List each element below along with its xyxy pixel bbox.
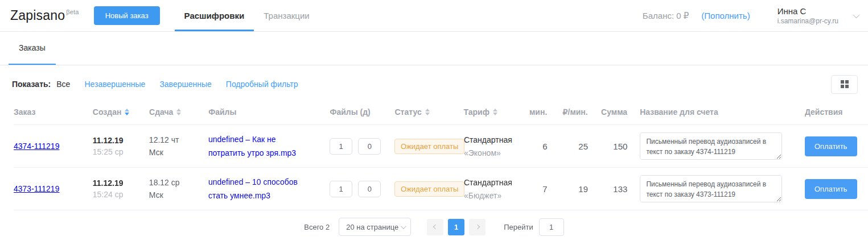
- order-cell: 4373-111219: [14, 184, 93, 194]
- user-email: i.samarina@pr-cy.ru: [778, 17, 838, 25]
- column-header-actions: Действия: [805, 107, 868, 117]
- tariff-cell: Стандартная «Эконом»: [464, 135, 520, 157]
- goto-page-input[interactable]: [539, 218, 564, 236]
- new-order-button[interactable]: Новый заказ: [94, 6, 160, 25]
- files-extra-input[interactable]: [358, 181, 381, 197]
- invoice-name-textarea[interactable]: Письменный перевод аудиозаписей в текст …: [640, 175, 782, 202]
- files-d-cell: [330, 181, 394, 197]
- sum-cell: 133: [588, 184, 627, 194]
- tariff-cell: Стандартная «Бюджет»: [464, 178, 520, 200]
- order-link[interactable]: 4374-111219: [14, 142, 59, 151]
- files-cell: undefined – Как не потратить утро зря.mp…: [208, 132, 330, 160]
- created-cell: 11.12.19 15:24 ср: [93, 179, 149, 199]
- files-main-input[interactable]: [330, 181, 352, 197]
- minutes-cell: 7: [520, 184, 548, 194]
- status-cell: Ожидает оплаты: [394, 139, 464, 154]
- user-info: Инна С i.samarina@pr-cy.ru: [778, 6, 838, 25]
- chevron-down-icon: [853, 11, 859, 18]
- show-label: Показать:: [12, 80, 51, 89]
- chevron-left-icon: [433, 225, 437, 229]
- created-time: 15:25 ср: [93, 147, 149, 156]
- actions-cell: Оплатить: [805, 179, 868, 199]
- order-cell: 4374-111219: [14, 141, 93, 151]
- column-header-tariff[interactable]: Тариф: [464, 107, 520, 117]
- filter-all[interactable]: Все: [56, 80, 70, 89]
- column-header-due[interactable]: Сдача: [149, 107, 208, 117]
- column-header-order: Заказ: [14, 107, 93, 117]
- column-header-files-d: Файлы (д): [330, 107, 394, 117]
- filter-unfinished[interactable]: Незавершенные: [84, 80, 145, 89]
- status-cell: Ожидает оплаты: [394, 181, 464, 197]
- column-header-minutes: мин.: [520, 107, 548, 117]
- column-header-status[interactable]: Статус: [395, 107, 464, 117]
- files-main-input[interactable]: [330, 138, 352, 155]
- total-count-label: Всего 2: [304, 223, 330, 231]
- grid-icon: [841, 80, 849, 88]
- tab-transcriptions[interactable]: Расшифровки: [175, 0, 254, 31]
- due-cell: 12.12 чт Мск: [149, 134, 208, 159]
- status-badge: Ожидает оплаты: [394, 139, 464, 154]
- sort-carets-icon: [425, 109, 430, 115]
- logo[interactable]: Zapisanoβeta: [10, 0, 79, 31]
- orders-table: Заказ Создан Сдача Файлы Файлы (д) Стату…: [0, 94, 868, 210]
- pay-button[interactable]: Оплатить: [805, 179, 857, 199]
- invoice-name-textarea[interactable]: Письменный перевод аудиозаписей в текст …: [640, 132, 782, 160]
- page-size-select[interactable]: 20 на странице: [339, 218, 411, 236]
- logo-text: Zapisano: [10, 8, 65, 23]
- status-badge: Ожидает оплаты: [394, 181, 464, 197]
- tab-orders[interactable]: Заказы: [9, 32, 56, 65]
- table-row: 4373-111219 11.12.19 15:24 ср 18.12 ср М…: [14, 168, 868, 210]
- created-date: 11.12.19: [93, 136, 149, 145]
- files-d-cell: [330, 138, 394, 155]
- subnav: Заказы: [0, 32, 868, 65]
- page-number-button[interactable]: 1: [448, 219, 464, 235]
- column-header-files: Файлы: [208, 107, 330, 117]
- file-link[interactable]: undefined – Как не потратить утро зря.mp…: [208, 132, 314, 160]
- prev-page-button[interactable]: [427, 219, 443, 235]
- sort-carets-icon: [493, 109, 497, 115]
- filter-bar: Показать: Все Незавершенные Завершенные …: [12, 74, 858, 94]
- table-row: 4374-111219 11.12.19 15:25 ср 12.12 чт М…: [14, 125, 868, 168]
- top-tabs: Расшифровки Транзакции: [175, 0, 319, 31]
- page-size-value: 20 на странице: [346, 223, 398, 231]
- created-time: 15:24 ср: [93, 190, 149, 199]
- due-date: 18.12 ср: [149, 176, 208, 189]
- chevron-right-icon: [475, 225, 479, 229]
- column-header-created[interactable]: Создан: [93, 107, 149, 117]
- table-header-row: Заказ Создан Сдача Файлы Файлы (д) Стату…: [14, 94, 868, 125]
- file-link[interactable]: undefined – 10 способов стать умнее.mp3: [208, 175, 314, 202]
- created-cell: 11.12.19 15:25 ср: [93, 136, 149, 156]
- due-timezone: Мск: [149, 146, 208, 159]
- column-header-invoice-name: Название для счета: [640, 107, 792, 117]
- actions-cell: Оплатить: [805, 136, 868, 156]
- due-timezone: Мск: [149, 189, 208, 201]
- tariff-plan: «Эконом»: [464, 148, 520, 157]
- sort-carets-icon: [125, 109, 129, 115]
- column-header-sum: Сумма: [588, 107, 627, 117]
- sum-cell: 150: [588, 142, 627, 151]
- rate-cell: 19: [548, 184, 588, 194]
- files-extra-input[interactable]: [358, 138, 381, 155]
- minutes-cell: 6: [520, 142, 548, 151]
- tariff-name: Стандартная: [464, 178, 520, 187]
- order-link[interactable]: 4373-111219: [14, 184, 59, 193]
- user-name: Инна С: [778, 6, 838, 16]
- user-menu[interactable]: Инна С i.samarina@pr-cy.ru: [778, 6, 858, 25]
- topup-link[interactable]: (Пополнить): [701, 11, 750, 20]
- balance-label: Баланс: 0 ₽: [643, 11, 689, 21]
- invoice-name-cell: Письменный перевод аудиозаписей в текст …: [640, 132, 792, 160]
- filter-finished[interactable]: Завершенные: [159, 80, 211, 89]
- pay-button[interactable]: Оплатить: [805, 136, 857, 156]
- top-bar-right: Баланс: 0 ₽ (Пополнить) Инна С i.samarin…: [643, 0, 858, 31]
- invoice-name-cell: Письменный перевод аудиозаписей в текст …: [640, 175, 792, 202]
- due-date: 12.12 чт: [149, 134, 208, 146]
- files-cell: undefined – 10 способов стать умнее.mp3: [208, 175, 330, 202]
- next-page-button[interactable]: [469, 219, 486, 235]
- logo-beta-label: βeta: [66, 9, 79, 15]
- tab-transactions[interactable]: Транзакции: [254, 0, 319, 31]
- filter-detailed[interactable]: Подробный фильтр: [226, 80, 298, 89]
- goto-page-label: Перейти: [504, 223, 533, 231]
- table-view-settings-button[interactable]: [831, 75, 858, 94]
- top-bar-left: Zapisanoβeta Новый заказ Расшифровки Тра…: [10, 0, 319, 31]
- rate-cell: 25: [548, 142, 588, 151]
